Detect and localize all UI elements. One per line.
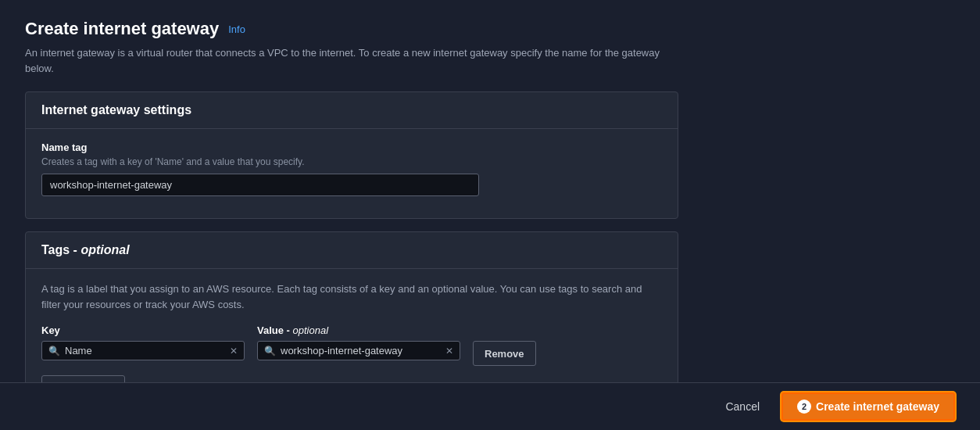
tag-value-input[interactable] xyxy=(281,345,442,357)
gateway-settings-header: Internet gateway settings xyxy=(26,92,678,129)
tags-title: Tags - optional xyxy=(41,243,130,256)
tag-key-label: Key xyxy=(41,324,245,336)
tag-value-input-wrapper: 🔍 ✕ xyxy=(257,341,460,360)
tag-remove-column: Remove xyxy=(473,324,536,366)
create-button-badge: 2 xyxy=(797,400,811,414)
tag-key-input-wrapper: 🔍 ✕ xyxy=(41,341,245,360)
tag-key-input[interactable] xyxy=(65,345,227,357)
name-tag-description: Creates a tag with a key of 'Name' and a… xyxy=(41,156,662,167)
tags-description: A tag is a label that you assign to an A… xyxy=(41,281,662,312)
name-input-wrapper xyxy=(41,174,662,196)
page-title: Create internet gateway xyxy=(25,19,219,39)
gateway-settings-title: Internet gateway settings xyxy=(41,103,191,116)
footer-bar: Cancel 2 Create internet gateway xyxy=(0,382,980,430)
search-icon-key: 🔍 xyxy=(48,346,60,357)
tags-row: Key 🔍 ✕ Value - optional 🔍 ✕ xyxy=(41,324,662,366)
page-description: An internet gateway is a virtual router … xyxy=(25,45,678,76)
clear-key-icon[interactable]: ✕ xyxy=(230,346,238,357)
cancel-button[interactable]: Cancel xyxy=(713,394,772,419)
gateway-settings-body: Name tag Creates a tag with a key of 'Na… xyxy=(26,129,678,218)
name-tag-field: Name tag Creates a tag with a key of 'Na… xyxy=(41,142,662,196)
tags-header: Tags - optional xyxy=(26,232,678,269)
tag-key-column: Key 🔍 ✕ xyxy=(41,324,245,366)
name-tag-label: Name tag xyxy=(41,142,662,153)
search-icon-value: 🔍 xyxy=(264,346,276,357)
clear-value-icon[interactable]: ✕ xyxy=(445,346,453,357)
create-button-label: Create internet gateway xyxy=(816,400,939,413)
name-tag-input[interactable] xyxy=(41,174,479,196)
info-link[interactable]: Info xyxy=(228,23,245,35)
remove-tag-button[interactable]: Remove xyxy=(473,341,536,366)
create-button[interactable]: 2 Create internet gateway xyxy=(781,392,955,421)
gateway-settings-card: Internet gateway settings Name tag Creat… xyxy=(25,91,678,219)
tag-value-label: Value - optional xyxy=(257,324,460,336)
tag-value-column: Value - optional 🔍 ✕ xyxy=(257,324,460,366)
page-header: Create internet gateway Info xyxy=(25,19,678,39)
